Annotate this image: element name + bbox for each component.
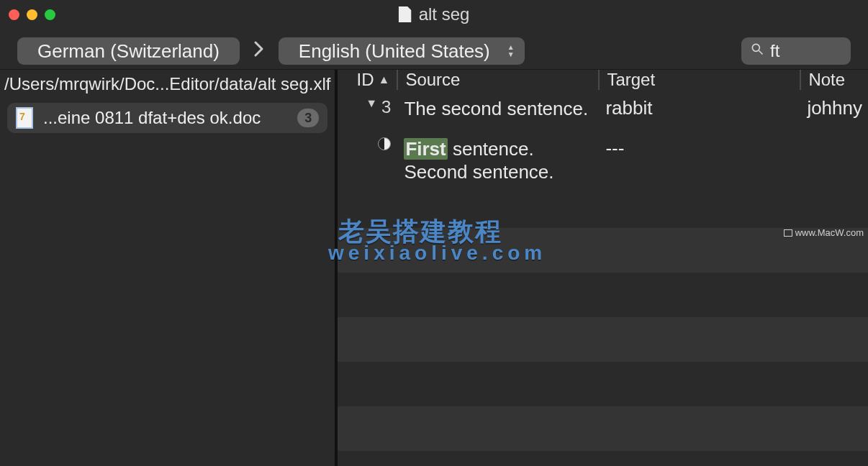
search-icon [750, 42, 764, 60]
source-language-selector[interactable]: German (Switzerland) [17, 37, 240, 65]
table-row-empty [338, 228, 868, 273]
cell-target[interactable]: rabbit [600, 97, 801, 119]
cell-source: The second sentence. [398, 97, 600, 120]
header-source-label: Source [405, 70, 460, 90]
header-id-label: ID [357, 70, 374, 90]
target-language-label: English (United States) [299, 40, 490, 63]
updown-stepper-icon: ▲▼ [507, 45, 515, 58]
table-row-empty [338, 362, 868, 406]
sidebar: /Users/mrqwirk/Doc...Editor/data/alt seg… [0, 70, 338, 466]
expand-toggle-icon[interactable]: ▼ [366, 97, 377, 117]
cell-source: First sentence. Second sentence. [398, 137, 600, 183]
header-note-label: Note [808, 70, 845, 90]
target-language-selector[interactable]: English (United States) ▲▼ [279, 37, 525, 65]
table-header: ID ▲ Source Target Note [338, 70, 868, 90]
source-language-label: German (Switzerland) [37, 40, 220, 63]
source-text-part: sentence. [448, 138, 534, 160]
cell-target[interactable]: --- [600, 137, 801, 160]
table-subrow[interactable]: First sentence. Second sentence. --- [338, 134, 868, 183]
chevron-right-icon [250, 40, 268, 63]
table-row-empty [338, 317, 868, 362]
segments-table: ID ▲ Source Target Note ▼ 3 The second s… [338, 70, 868, 466]
file-list-item[interactable]: ...eine 0811 dfat+des ok.doc 3 [7, 103, 327, 133]
search-field[interactable] [741, 37, 851, 65]
search-input[interactable] [770, 41, 842, 61]
header-target[interactable]: Target [600, 70, 801, 90]
titlebar: alt seg [0, 0, 868, 29]
header-note[interactable]: Note [801, 70, 868, 90]
segment-count-badge: 3 [297, 109, 319, 127]
highlighted-term: First [404, 138, 447, 160]
table-row[interactable]: ▼ 3 The second sentence. rabbit johhny [338, 90, 868, 134]
table-body: ▼ 3 The second sentence. rabbit johhny F… [338, 90, 868, 466]
half-translated-status-icon [378, 137, 391, 150]
toolbar: German (Switzerland) English (United Sta… [0, 33, 868, 69]
window-controls [9, 9, 55, 20]
cell-id: ▼ 3 [338, 97, 398, 117]
header-source[interactable]: Source [398, 70, 600, 90]
table-row-empty [338, 273, 868, 317]
window-title: alt seg [399, 4, 470, 24]
file-name: ...eine 0811 dfat+des ok.doc [43, 108, 287, 128]
close-window-button[interactable] [9, 9, 19, 20]
cell-note: johhny [801, 97, 868, 119]
header-id[interactable]: ID ▲ [338, 70, 398, 90]
table-row-empty [338, 406, 868, 451]
zoom-window-button[interactable] [45, 9, 55, 20]
header-target-label: Target [607, 70, 655, 90]
cell-status [338, 137, 398, 150]
file-path-breadcrumb: /Users/mrqwirk/Doc...Editor/data/alt seg… [0, 70, 335, 99]
table-row-empty [338, 451, 868, 466]
sort-asc-icon: ▲ [379, 73, 390, 86]
segment-id: 3 [381, 97, 391, 117]
doc-file-icon [16, 107, 33, 129]
table-row-empty [338, 183, 868, 228]
source-text-line2: Second sentence. [404, 161, 553, 183]
minimize-window-button[interactable] [27, 9, 37, 20]
svg-point-0 [752, 44, 759, 51]
svg-line-1 [759, 51, 763, 55]
main-split: /Users/mrqwirk/Doc...Editor/data/alt seg… [0, 69, 868, 466]
document-icon [399, 6, 412, 22]
window-title-text: alt seg [419, 4, 470, 24]
